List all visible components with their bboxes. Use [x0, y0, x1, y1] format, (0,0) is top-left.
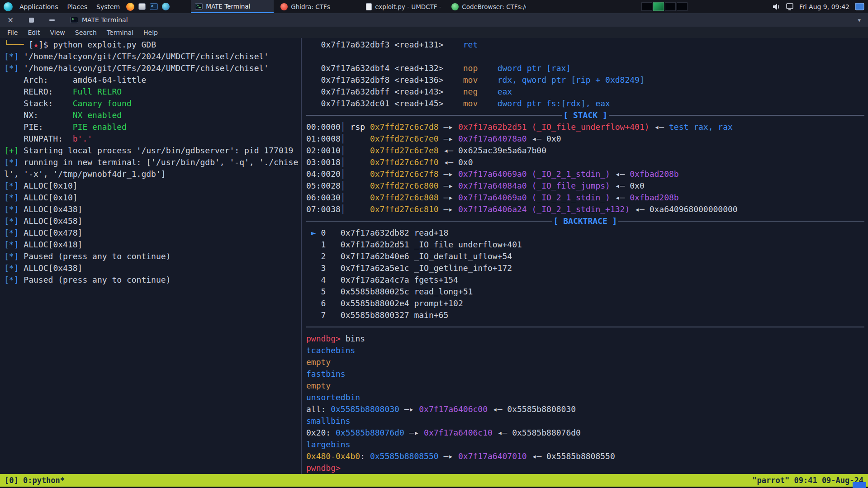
terminal-line: 03:0018│ 0x7ffd27c6c7f0 ◂— 0x0	[306, 156, 864, 168]
exploit-output-pane[interactable]: └──╼ [★]$ python exploit.py GDB[*] '/hom…	[0, 38, 301, 474]
clock[interactable]: Fri Aug 9, 09:42	[799, 3, 849, 10]
workspace-1[interactable]	[641, 2, 652, 11]
terminal-line: [*] '/home/halcyon/git/CTFs/2024/UMDCTF/…	[4, 62, 301, 74]
terminal-line: empty	[306, 356, 864, 368]
workspace-switcher[interactable]	[641, 2, 688, 11]
terminal-line	[306, 51, 864, 62]
terminal-line: 2 0x7f17a62b40e6 _IO_default_uflow+54	[306, 251, 864, 262]
panel-right-cluster: Fri Aug 9, 09:42	[641, 2, 864, 11]
terminal-line: 07:0038│ 0x7ffd27c6c810 —▸ 0x7f17a6406a2…	[306, 204, 864, 215]
terminal-line: 0x7f17a632dc01 <read+145> mov dword ptr …	[306, 98, 864, 109]
tmux-host-datetime: "parrot" 09:41 09-Aug-24	[752, 476, 863, 485]
terminal-line: [*] ALLOC[0x458]	[4, 215, 301, 227]
taskbar-item-codebrowser[interactable]: CodeBrowser: CTFs:/c...	[447, 0, 530, 13]
terminal-line: 00:0000│ rsp 0x7ffd27c6c7d8 —▸ 0x7f17a62…	[306, 121, 864, 133]
network-icon[interactable]	[160, 1, 171, 12]
terminal-line: 02:0010│ 0x7ffd27c6c7e8 ◂— 0x625ac39e5a6…	[306, 145, 864, 156]
terminal-line: [+] Starting local process '/usr/bin/gdb…	[4, 145, 301, 156]
terminal-line: 0x480-0x4b0: 0x5585b8808550 —▸ 0x7f17a64…	[306, 450, 864, 462]
terminal-menubar: File Edit View Search Terminal Help	[0, 27, 868, 38]
screen-icon[interactable]	[855, 3, 864, 10]
taskbar-item-ghidra[interactable]: Ghidra: CTFs	[276, 0, 359, 13]
workspace-2-active[interactable]	[653, 2, 664, 11]
close-icon[interactable]: ×	[0, 13, 21, 27]
terminal-icon	[195, 3, 203, 9]
display-settings-icon[interactable]	[786, 3, 794, 10]
menu-help[interactable]: Help	[139, 28, 162, 37]
terminal-line: l', '-x', '/tmp/pwnobf4dr_1.gdb']	[4, 168, 301, 180]
terminal-line: [*] ALLOC[0x10]	[4, 180, 301, 192]
terminal-line: empty	[306, 380, 864, 392]
menu-view[interactable]: View	[46, 28, 70, 37]
terminal-line: Arch: amd64-64-little	[4, 74, 301, 86]
ghidra-icon	[280, 3, 288, 10]
terminal-line: [*] running in new terminal: ['/usr/bin/…	[4, 156, 301, 168]
terminal-line: RELRO: Full RELRO	[4, 86, 301, 98]
desktop-screen: Applications Places System MATE Terminal…	[0, 0, 868, 488]
text-editor-icon	[366, 3, 372, 10]
menu-places[interactable]: Places	[63, 1, 92, 12]
menu-edit[interactable]: Edit	[23, 28, 44, 37]
terminal-line: 01:0008│ 0x7ffd27c6c7e0 —▸ 0x7f17a64078a…	[306, 133, 864, 145]
terminal-line: 1 0x7f17a62b2d51 _IO_file_underflow+401	[306, 239, 864, 251]
taskbar-item-exploit-py[interactable]: exploit.py - UMDCTF -...	[362, 0, 445, 13]
terminal-line: [*] ALLOC[0x438]	[4, 262, 301, 274]
terminal-line: [*] ALLOC[0x418]	[4, 239, 301, 251]
terminal-line: 7 0x5585b8800327 main+65	[306, 309, 864, 321]
terminal-line: 0x20: 0x5585b88076d0 —▸ 0x7f17a6406c10 ◂…	[306, 427, 864, 439]
menu-system[interactable]: System	[92, 1, 124, 12]
window-title: MATE Terminal	[82, 16, 128, 24]
terminal-line: 0x7f17a632dbf4 <read+132> nop dword ptr …	[306, 62, 864, 74]
terminal-line: [*] ALLOC[0x438]	[4, 204, 301, 215]
corner-accent	[853, 482, 866, 488]
workspace-3[interactable]	[665, 2, 676, 11]
chevron-down-icon[interactable]: ▾	[858, 17, 868, 24]
top-panel: Applications Places System MATE Terminal…	[0, 0, 868, 13]
context-separator: [ BACKTRACE ]	[306, 215, 864, 227]
terminal-line: 4 0x7f17a62a4c7a fgets+154	[306, 274, 864, 286]
firefox-icon[interactable]	[125, 1, 136, 12]
window-titlebar: × MATE Terminal ▾	[0, 13, 868, 27]
terminal-line: pwndbg>	[306, 462, 864, 474]
taskbar-item-label: exploit.py - UMDCTF -...	[375, 3, 441, 10]
terminal-line: 0x7f17a632dbff <read+143> neg eax	[306, 86, 864, 98]
terminal-launcher-icon[interactable]	[148, 1, 159, 12]
terminal-line: pwndbg> bins	[306, 333, 864, 345]
taskbar-item-mate-terminal[interactable]: MATE Terminal	[191, 0, 274, 13]
parrot-menu-icon[interactable]	[4, 2, 13, 11]
tmux-statusbar: [0] 0:python* "parrot" 09:41 09-Aug-24	[0, 474, 868, 487]
context-separator: [ STACK ]	[306, 109, 864, 121]
terminal-line: fastbins	[306, 368, 864, 380]
menu-terminal[interactable]: Terminal	[102, 28, 138, 37]
terminal-line: └──╼ [★]$ python exploit.py GDB	[4, 39, 301, 51]
maximize-icon[interactable]	[21, 13, 42, 27]
terminal-line: 0x7f17a632dbf3 <read+131> ret	[306, 39, 864, 51]
terminal-body: └──╼ [★]$ python exploit.py GDB[*] '/hom…	[0, 38, 868, 474]
terminal-line: largebins	[306, 439, 864, 450]
context-separator	[306, 321, 864, 333]
volume-icon[interactable]	[772, 3, 780, 10]
menu-search[interactable]: Search	[71, 28, 101, 37]
window-list: MATE Terminal Ghidra: CTFs exploit.py - …	[191, 0, 530, 13]
tmux-session-label: [0] 0:python*	[5, 476, 65, 485]
terminal-line: 06:0030│ 0x7ffd27c6c808 —▸ 0x7f17a64069a…	[306, 192, 864, 204]
terminal-line: NX: NX enabled	[4, 109, 301, 121]
terminal-line: [*] Paused (press any to continue)	[4, 274, 301, 286]
terminal-icon	[71, 17, 78, 23]
terminal-line: 04:0020│ 0x7ffd27c6c7f8 —▸ 0x7f17a64069a…	[306, 168, 864, 180]
terminal-line: 6 0x5585b88002e4 prompt+102	[306, 298, 864, 309]
terminal-line: smallbins	[306, 415, 864, 427]
terminal-line: PIE: PIE enabled	[4, 121, 301, 133]
terminal-line: 3 0x7f17a62a5e1c _IO_getline_info+172	[306, 262, 864, 274]
files-icon[interactable]	[137, 1, 147, 12]
menu-file[interactable]: File	[3, 28, 22, 37]
minimize-icon[interactable]	[42, 13, 62, 27]
taskbar-item-label: CodeBrowser: CTFs:/c...	[462, 3, 526, 10]
taskbar-item-label: Ghidra: CTFs	[291, 3, 330, 10]
terminal-line: 0x7f17a632dbf8 <read+136> mov rdx, qword…	[306, 74, 864, 86]
terminal-line: tcachebins	[306, 345, 864, 356]
gdb-pwndbg-pane[interactable]: 0x7f17a632dbf3 <read+131> ret 0x7f17a632…	[302, 38, 868, 474]
workspace-4[interactable]	[677, 2, 688, 11]
terminal-line: all: 0x5585b8808030 —▸ 0x7f17a6406c00 ◂—…	[306, 403, 864, 415]
menu-applications[interactable]: Applications	[15, 1, 62, 12]
